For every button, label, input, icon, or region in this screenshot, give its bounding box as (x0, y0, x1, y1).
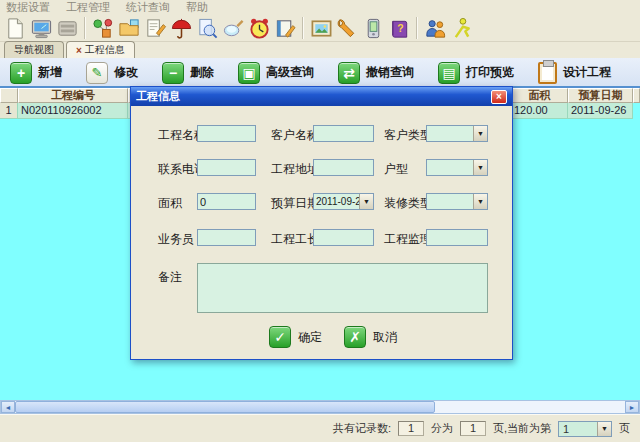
menu-help[interactable]: 帮助 (186, 0, 208, 15)
toolbar-separator (416, 17, 418, 39)
ok-button-label: 确定 (298, 329, 322, 346)
salesperson-field[interactable] (197, 229, 256, 246)
modify-button[interactable]: ✎ 修改 (86, 62, 138, 84)
column-header-project-code[interactable]: 工程编号 (18, 88, 128, 103)
toolbar-separator (84, 17, 86, 39)
remarks-textarea[interactable] (197, 263, 488, 313)
area-field[interactable] (197, 193, 256, 210)
page-select-dropdown[interactable]: 1 ▼ (558, 421, 612, 437)
budget-date-dropdown[interactable]: 2011-09-28 ▼ (313, 193, 374, 210)
dialog-title: 工程信息 (136, 89, 180, 104)
contact-phone-field[interactable] (197, 159, 256, 176)
design-project-button[interactable]: 设计工程 (538, 62, 611, 84)
budget-date-value: 2011-09-28 (314, 194, 359, 209)
chevron-down-icon[interactable]: ▼ (597, 422, 611, 436)
project-name-field[interactable] (197, 125, 256, 142)
tab-bar: 导航视图 × 工程信息 (0, 42, 640, 58)
chevron-down-icon[interactable]: ▼ (473, 160, 487, 175)
x-icon: ✗ (344, 326, 366, 348)
save-icon[interactable] (54, 16, 80, 41)
house-type-dropdown[interactable]: ▼ (426, 159, 488, 176)
print-preview-button[interactable]: ▤ 打印预览 (438, 62, 514, 84)
scrollbar-track[interactable] (15, 401, 625, 413)
magnifier-icon[interactable] (220, 16, 246, 41)
project-address-field[interactable] (313, 159, 374, 176)
plus-icon: + (10, 62, 32, 84)
chevron-down-icon[interactable]: ▼ (359, 194, 373, 209)
refresh-arrows-icon: ⇄ (338, 62, 360, 84)
supervisor-label: 工程监理 (384, 231, 432, 248)
advanced-query-button[interactable]: ▣ 高级查询 (238, 62, 314, 84)
chevron-down-icon[interactable]: ▼ (473, 126, 487, 141)
grid-corner-cell (0, 88, 18, 103)
menu-statistics-query[interactable]: 统计查询 (126, 0, 170, 15)
add-button-label: 新增 (38, 64, 62, 81)
page-suffix-label: 页 (619, 421, 630, 436)
decoration-type-label: 装修类型 (384, 195, 432, 212)
umbrella-icon[interactable] (168, 16, 194, 41)
search-document-icon[interactable] (194, 16, 220, 41)
printer-icon: ▤ (438, 62, 460, 84)
scroll-left-arrow-icon[interactable]: ◄ (1, 401, 15, 413)
design-project-label: 设计工程 (563, 64, 611, 81)
total-records-value: 1 (398, 421, 424, 436)
pda-icon[interactable] (360, 16, 386, 41)
chevron-down-icon[interactable]: ▼ (473, 194, 487, 209)
tab-project-info[interactable]: × 工程信息 (66, 41, 135, 58)
customer-type-label: 客户类型 (384, 127, 432, 144)
house-type-value (427, 160, 473, 175)
horizontal-scrollbar[interactable]: ◄ ► (0, 400, 640, 414)
clipboard-icon (538, 62, 557, 84)
dialog-body: 工程名称 客户名称 客户类型 ▼ 联系电话 工程地址 户型 ▼ 面积 预算日 (131, 106, 512, 360)
monitor-query-icon: ▣ (238, 62, 260, 84)
alarm-clock-icon[interactable] (246, 16, 272, 41)
column-header-area[interactable]: 面积 (511, 88, 568, 103)
notebook-pencil-icon[interactable] (272, 16, 298, 41)
tools-icon[interactable] (334, 16, 360, 41)
budget-date-label: 预算日期 (271, 195, 319, 212)
tab-label: 工程信息 (85, 43, 125, 57)
close-icon[interactable]: × (491, 90, 507, 104)
edit-document-icon[interactable] (142, 16, 168, 41)
house-type-label: 户型 (384, 161, 408, 178)
add-button[interactable]: + 新增 (10, 62, 62, 84)
toolbar-separator (302, 17, 304, 39)
foreman-label: 工程工长 (271, 231, 319, 248)
dialog-title-bar[interactable]: 工程信息 × (131, 87, 512, 106)
users-icon[interactable] (422, 16, 448, 41)
scroll-right-arrow-icon[interactable]: ► (625, 401, 639, 413)
cancel-button[interactable]: ✗ 取消 (344, 326, 397, 348)
column-header-budget-date[interactable]: 预算日期 (568, 88, 633, 103)
project-code-cell: N020110926002 (18, 103, 128, 119)
ok-button[interactable]: ✓ 确定 (269, 326, 322, 348)
scrollbar-thumb[interactable] (15, 401, 435, 413)
customer-name-label: 客户名称 (271, 127, 319, 144)
monitor-icon[interactable] (28, 16, 54, 41)
area-cell: 120.00 (511, 103, 568, 119)
menu-data-settings[interactable]: 数据设置 (6, 0, 50, 15)
tab-navigation-view[interactable]: 导航视图 (4, 41, 64, 58)
customer-type-value (427, 126, 473, 141)
customer-name-field[interactable] (313, 125, 374, 142)
area-label: 面积 (158, 195, 182, 212)
customer-type-dropdown[interactable]: ▼ (426, 125, 488, 142)
decoration-type-dropdown[interactable]: ▼ (426, 193, 488, 210)
new-document-icon[interactable] (2, 16, 28, 41)
link-nodes-icon[interactable] (90, 16, 116, 41)
menu-bar: 数据设置 工程管理 统计查询 帮助 (0, 0, 640, 15)
cancel-query-button[interactable]: ⇄ 撤销查询 (338, 62, 414, 84)
delete-button[interactable]: − 删除 (162, 62, 214, 84)
modify-button-label: 修改 (114, 64, 138, 81)
help-book-icon[interactable]: ? (386, 16, 412, 41)
picture-icon[interactable] (308, 16, 334, 41)
minus-icon: − (162, 62, 184, 84)
pencil-icon: ✎ (86, 62, 108, 84)
row-filler (633, 103, 640, 119)
tab-close-icon[interactable]: × (76, 45, 82, 56)
open-folder-icon[interactable] (116, 16, 142, 41)
advanced-query-label: 高级查询 (266, 64, 314, 81)
messenger-icon[interactable] (448, 16, 474, 41)
menu-project-management[interactable]: 工程管理 (66, 0, 110, 15)
supervisor-field[interactable] (426, 229, 488, 246)
foreman-field[interactable] (313, 229, 374, 246)
